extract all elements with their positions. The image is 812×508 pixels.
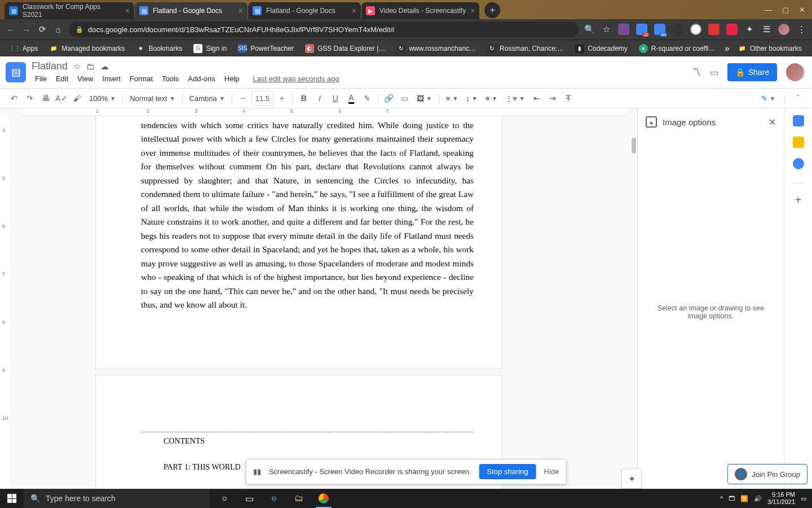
editing-mode-button[interactable]: ✎▼ — [758, 94, 779, 103]
extension-icon[interactable] — [618, 24, 629, 35]
menu-format[interactable]: Format — [126, 73, 156, 84]
extension-icon[interactable] — [672, 24, 683, 35]
browser-tab[interactable]: ▤Flatland - Google Docs× — [135, 2, 248, 19]
close-icon[interactable]: × — [121, 6, 130, 15]
align-button[interactable]: ≡▼ — [443, 94, 462, 103]
share-button[interactable]: 🔒Share — [727, 63, 777, 81]
insert-image-button[interactable]: 🖼▼ — [413, 94, 435, 103]
close-icon[interactable]: × — [466, 6, 475, 15]
close-icon[interactable]: × — [234, 6, 243, 15]
browser-tab[interactable]: ▶Video Details - Screencastify× — [361, 2, 479, 19]
other-bookmarks[interactable]: 📁Other bookmarks — [733, 42, 806, 55]
bookmark-item[interactable]: ↻www.rossmanchanc… — [392, 42, 480, 55]
battery-icon[interactable]: 🗔 — [729, 495, 735, 502]
indent-decrease-button[interactable]: ⇤ — [529, 91, 544, 106]
volume-icon[interactable]: 🔊 — [754, 495, 762, 502]
move-icon[interactable]: 🗀 — [86, 62, 95, 71]
docs-logo-icon[interactable]: ▤ — [6, 62, 26, 82]
menu-tools[interactable]: Tools — [158, 73, 182, 84]
line-spacing-button[interactable]: ↕▼ — [462, 94, 480, 103]
cortana-icon[interactable]: ○ — [213, 489, 236, 508]
font-size-increase[interactable]: + — [275, 91, 289, 106]
italic-button[interactable]: I — [312, 91, 327, 106]
extension-icon[interactable] — [708, 24, 720, 35]
menu-view[interactable]: View — [74, 73, 96, 84]
insert-comment-button[interactable]: ▭ — [398, 91, 412, 106]
bookmark-apps[interactable]: ⋮⋮Apps — [6, 42, 42, 55]
star-icon[interactable]: ☆ — [73, 62, 81, 72]
browser-tab[interactable]: ▤Classwork for Comp Apps S2021× — [5, 2, 134, 19]
bookmark-item[interactable]: GSign in — [189, 42, 231, 55]
font-select[interactable]: Cambria▼ — [186, 94, 228, 103]
account-avatar[interactable] — [786, 63, 804, 81]
network-icon[interactable]: 🛜 — [740, 495, 748, 502]
last-edit-link[interactable]: Last edit was seconds ago — [250, 73, 343, 84]
activity-icon[interactable]: 〽 — [692, 67, 701, 77]
pause-icon[interactable]: ▮▮ — [253, 467, 261, 476]
close-panel-button[interactable]: ✕ — [769, 117, 776, 128]
start-button[interactable] — [0, 489, 24, 508]
redo-button[interactable]: ↷ — [23, 91, 37, 106]
bookmark-item[interactable]: ▮Codecademy — [571, 42, 632, 55]
text-color-button[interactable]: A — [344, 91, 359, 106]
document-canvas[interactable]: 1 2 3 4 5 6 7 4 5 6 7 8 9 10 tendencies … — [0, 108, 637, 489]
page[interactable]: tendencies with which some critics have … — [96, 116, 502, 369]
tasks-icon[interactable] — [793, 158, 804, 169]
tray-up-icon[interactable]: ^ — [720, 495, 723, 502]
close-icon[interactable]: × — [347, 6, 356, 15]
join-pin-group-button[interactable]: 👤 Join Pin Group — [727, 464, 807, 484]
new-tab-button[interactable]: + — [484, 2, 500, 18]
horizontal-ruler[interactable]: 1 2 3 4 5 6 7 — [23, 108, 626, 116]
task-view-icon[interactable]: ▭ — [238, 489, 261, 508]
paint-format-button[interactable]: 🖌 — [70, 91, 85, 106]
font-size-input[interactable]: 11.5 — [251, 91, 273, 106]
keep-icon[interactable] — [793, 137, 804, 148]
scrollbar-thumb[interactable] — [632, 138, 636, 154]
body-paragraph[interactable]: tendencies with which some critics have … — [141, 119, 474, 312]
clear-format-button[interactable]: T — [561, 91, 576, 106]
menu-help[interactable]: Help — [221, 73, 243, 84]
profile-avatar[interactable] — [778, 24, 789, 35]
bookmark-item[interactable]: ↻Rossman, Chance:… — [483, 42, 568, 55]
close-window-button[interactable]: ✕ — [799, 6, 805, 14]
spellcheck-button[interactable]: A✓ — [54, 91, 69, 106]
reload-button[interactable]: ⟳ — [37, 24, 47, 34]
print-button[interactable]: 🖶 — [38, 91, 53, 106]
bookmark-item[interactable]: ●R-squared or coeffi… — [634, 42, 720, 55]
contents-heading[interactable]: CONTENTS — [164, 437, 474, 446]
calendar-icon[interactable] — [793, 115, 804, 126]
add-addon-button[interactable]: + — [795, 194, 802, 207]
taskbar-search[interactable]: 🔍Type here to search — [24, 489, 210, 508]
collapse-toolbar-button[interactable]: ˆ — [791, 91, 805, 106]
extension-icon[interactable]: 10 — [636, 24, 647, 35]
extension-icon[interactable]: Ad — [654, 24, 665, 35]
insert-link-button[interactable]: 🔗 — [382, 91, 396, 106]
extension-icon[interactable] — [690, 24, 701, 35]
indent-increase-button[interactable]: ⇥ — [545, 91, 560, 106]
bookmark-item[interactable]: 📁Managed bookmarks — [45, 42, 129, 55]
font-size-decrease[interactable]: − — [236, 91, 250, 106]
underline-button[interactable]: U — [328, 91, 343, 106]
extensions-menu-icon[interactable]: ✦ — [744, 24, 754, 34]
comments-icon[interactable]: ▭ — [710, 67, 718, 78]
extension-icon[interactable] — [726, 24, 738, 35]
bookmark-item[interactable]: SISPowerTeacher — [233, 42, 298, 55]
bookmark-item[interactable]: ★Bookmarks — [131, 42, 187, 55]
notifications-icon[interactable]: ▭ — [801, 495, 806, 502]
explore-button[interactable]: ✦ — [621, 468, 642, 489]
menu-file[interactable]: File — [32, 73, 50, 84]
zoom-select[interactable]: 100%▼ — [86, 94, 119, 103]
undo-button[interactable]: ↶ — [7, 91, 21, 106]
document-title[interactable]: Flatland — [32, 60, 68, 72]
chrome-menu-icon[interactable]: ⋮ — [796, 24, 806, 34]
url-input[interactable]: 🔒docs.google.com/document/d/1B3wRsazTZEu… — [69, 21, 579, 37]
chrome-icon[interactable] — [312, 489, 335, 508]
menu-insert[interactable]: Insert — [99, 73, 124, 84]
home-button[interactable]: ⌂ — [53, 25, 63, 34]
zoom-icon[interactable]: 🔍 — [584, 24, 594, 34]
forward-button[interactable]: → — [21, 25, 32, 34]
back-button[interactable]: ← — [6, 25, 16, 34]
bold-button[interactable]: B — [297, 91, 311, 106]
bookmarks-overflow[interactable]: » — [725, 43, 730, 54]
menu-edit[interactable]: Edit — [52, 73, 72, 84]
